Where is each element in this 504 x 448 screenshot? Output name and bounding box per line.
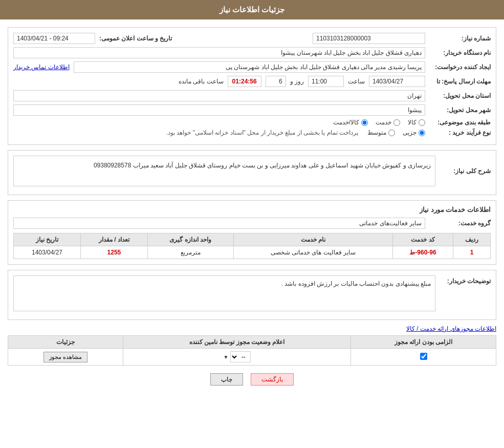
radio-kala[interactable] [419, 119, 425, 126]
col-row: ردیف [453, 233, 490, 246]
cell-count: 1255 [81, 246, 148, 259]
category-radio-group: کالا خدمت کالا/خدمت [333, 119, 425, 126]
cell-row: 1 [453, 246, 490, 259]
chevron-down-icon: ▼ [223, 354, 228, 360]
category-label: طبقه بندی موضوعی: [429, 119, 491, 126]
request-number-row: شماره نیاز: 1103103128000003 تاریخ و ساع… [13, 33, 491, 44]
services-table: ردیف کد خدمت نام خدمت واحد اندازه گیری ت… [13, 233, 491, 259]
time-label: ساعت [348, 78, 365, 85]
category-radio-kala-khedmat[interactable]: کالا/خدمت [333, 119, 368, 126]
province-value: تهران [13, 90, 425, 101]
countdown-suffix: ساعت باقی مانده [179, 78, 224, 85]
buyer-notes-label: توضیحات خریدار: [440, 275, 491, 285]
city-label: شهر محل تحویل: [429, 106, 491, 114]
countdown-box: 01:24:56 [228, 76, 261, 87]
cell-name: سایر فعالیت های خدماتی شخصی [233, 246, 393, 259]
category-radio-kala[interactable]: کالا [408, 119, 425, 126]
cell-date: 1403/04/27 [14, 246, 81, 259]
province-row: استان محل تحویل: تهران [13, 90, 491, 101]
creator-label: ایجاد کننده درخواست: [429, 63, 491, 71]
page-container: جزئیات اطلاعات نیاز شماره نیاز: 11031031… [0, 0, 504, 448]
col-count: تعداد / مقدار [81, 233, 148, 246]
radio-kala-khedmat-label: کالا/خدمت [333, 119, 359, 126]
process-label: نوع فرآیند خرید : [429, 129, 491, 136]
services-title: اطلاعات خدمات مورد نیاز [13, 206, 491, 214]
province-label: استان محل تحویل: [429, 92, 491, 99]
deadline-label: مهلت ارسال پاسخ: تا [429, 78, 491, 85]
back-button[interactable]: بازگشت [251, 373, 294, 386]
process-row: نوع فرآیند خرید : جزیی متوسط پرداخت تمام… [13, 129, 491, 136]
buyer-org-value: دهیاری قشلاق جلیل اباد بخش جلیل اباد شهر… [13, 47, 425, 58]
service-group-value: سایر فعالیت‌های خدماتی [13, 218, 425, 229]
radio-motavasset-label: متوسط [367, 129, 386, 136]
content-area: شماره نیاز: 1103103128000003 تاریخ و ساع… [0, 19, 504, 401]
need-description-block: شرح کلی نیاز: زیرسازی و کفپوش خیابان شهی… [8, 150, 496, 195]
cell-code: 960-96-ط [393, 246, 453, 259]
page-title: جزئیات اطلاعات نیاز [220, 5, 284, 14]
category-row: طبقه بندی موضوعی: کالا خدمت کالا/خدمت [13, 119, 491, 126]
page-header: جزئیات اطلاعات نیاز [0, 0, 504, 19]
creator-link[interactable]: اطلاعات تماس خریدار [13, 63, 70, 71]
col-details: جزئیات [8, 336, 123, 349]
radio-motavasset[interactable] [388, 130, 395, 136]
creator-value: پریسا رشیدی مدیر مالی دهیاری قشلاق جلیل … [74, 61, 425, 73]
radio-khedmat-label: خدمت [376, 119, 391, 126]
license-required-checkbox[interactable] [420, 353, 427, 360]
radio-jozi[interactable] [419, 130, 425, 136]
process-radio-motavasset[interactable]: متوسط [367, 129, 395, 136]
deadline-day: 6 [266, 76, 286, 87]
cell-unit: مترمربع [147, 246, 233, 259]
col-unit: واحد اندازه گیری [147, 233, 233, 246]
announce-datetime-value: 1403/04/21 - 09:24 [13, 33, 95, 44]
deadline-time: 11:00 [308, 76, 344, 87]
services-table-row: 1 960-96-ط سایر فعالیت های خدماتی شخصی م… [14, 246, 491, 259]
request-number-label: شماره نیاز: [429, 35, 491, 42]
need-description-label: شرح کلی نیاز: [440, 167, 491, 175]
license-table-row: -- ▼ مشاهده مجوز [8, 349, 496, 366]
license-status-cell: -- ▼ [123, 349, 351, 366]
day-label: روز و [290, 78, 304, 85]
license-required-cell [351, 349, 496, 366]
buyer-notes-content: مبلغ پیشنهادی بدون احتساب مالیات بر ارزش… [13, 275, 435, 311]
creator-row: ایجاد کننده درخواست: پریسا رشیدی مدیر ما… [13, 61, 491, 73]
deadline-date: 1403/04/27 [369, 76, 425, 87]
radio-kala-label: کالا [408, 119, 417, 126]
license-detail-cell: مشاهده مجوز [8, 349, 123, 366]
button-row: بازگشت چاپ [8, 373, 496, 386]
top-info-block: شماره نیاز: 1103103128000003 تاریخ و ساع… [8, 27, 496, 145]
license-section: اطلاعات مجوزهای ارائه خدمت / کالا الزامی… [8, 325, 496, 366]
service-group-row: گروه خدمت: سایر فعالیت‌های خدماتی [13, 218, 491, 229]
col-date: تاریخ نیاز [14, 233, 81, 246]
city-value: پیشوا [13, 104, 425, 116]
category-radio-khedmat[interactable]: خدمت [376, 119, 400, 126]
radio-kala-khedmat[interactable] [361, 119, 368, 126]
need-description-row: شرح کلی نیاز: زیرسازی و کفپوش خیابان شهی… [13, 156, 491, 186]
buyer-org-row: نام دستگاه خریدار: دهیاری قشلاق جلیل ابا… [13, 47, 491, 58]
process-radio-jozi[interactable]: جزیی [403, 129, 425, 136]
buyer-notes-row: توضیحات خریدار: مبلغ پیشنهادی بدون احتسا… [13, 275, 491, 311]
need-description-content: زیرسازی و کفپوش خیابان شهید اسماعیل و عل… [13, 156, 435, 186]
process-radio-group: جزیی متوسط [367, 129, 425, 136]
city-row: شهر محل تحویل: پیشوا [13, 104, 491, 116]
col-required: الزامی بودن ارائه مجوز [351, 336, 496, 349]
service-group-label: گروه خدمت: [429, 220, 491, 227]
radio-jozi-label: جزیی [403, 129, 417, 136]
col-status: اعلام وضعیت مجوز توسط نامین کننده [123, 336, 351, 349]
deadline-row: مهلت ارسال پاسخ: تا 1403/04/27 ساعت 11:0… [13, 76, 491, 87]
services-table-header: ردیف کد خدمت نام خدمت واحد اندازه گیری ت… [14, 233, 491, 246]
buyer-notes-block: توضیحات خریدار: مبلغ پیشنهادی بدون احتسا… [8, 270, 496, 320]
view-license-button[interactable]: مشاهده مجوز [43, 352, 87, 362]
print-button[interactable]: چاپ [210, 373, 243, 386]
license-table: الزامی بودن ارائه مجوز اعلام وضعیت مجوز … [8, 335, 496, 366]
services-block: اطلاعات خدمات مورد نیاز گروه خدمت: سایر … [8, 200, 496, 265]
license-section-link[interactable]: اطلاعات مجوزهای ارائه خدمت / کالا [8, 325, 496, 332]
license-table-header: الزامی بودن ارائه مجوز اعلام وضعیت مجوز … [8, 336, 496, 349]
col-code: کد خدمت [393, 233, 453, 246]
radio-khedmat[interactable] [393, 119, 400, 126]
col-name: نام خدمت [233, 233, 393, 246]
buyer-org-label: نام دستگاه خریدار: [429, 49, 491, 56]
license-status-select[interactable]: -- [230, 351, 251, 362]
process-note: پرداخت تمام یا بخشی از مبلغ خریدار از مح… [166, 129, 358, 136]
request-number-value: 1103103128000003 [313, 33, 425, 44]
announce-datetime-label: تاریخ و ساعت اعلان عمومی: [99, 35, 172, 42]
